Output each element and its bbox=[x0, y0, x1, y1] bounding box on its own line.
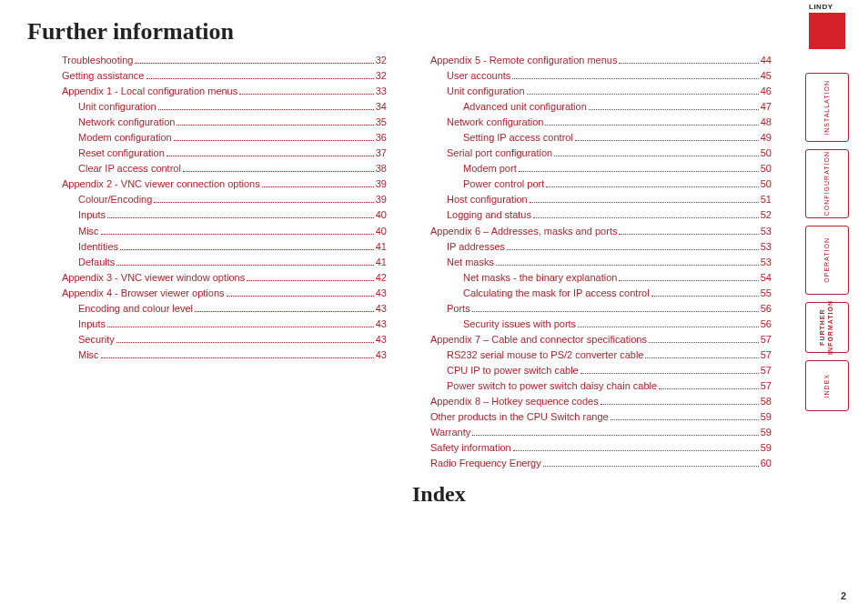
toc-leader-dots bbox=[512, 78, 758, 79]
toc-entry[interactable]: Identities 41 bbox=[27, 239, 387, 255]
nav-tab-label: OPERATION bbox=[823, 237, 832, 283]
brand-logo: LINDY bbox=[809, 13, 845, 49]
toc-entry[interactable]: IP addresses 53 bbox=[412, 239, 772, 255]
toc-entry-label: Net masks bbox=[447, 255, 494, 270]
toc-entry[interactable]: Defaults 41 bbox=[27, 255, 387, 270]
toc-leader-dots bbox=[167, 156, 374, 156]
nav-tab-operation[interactable]: OPERATION bbox=[805, 226, 849, 295]
toc-leader-dots bbox=[146, 78, 374, 79]
toc-entry[interactable]: Misc 43 bbox=[27, 347, 387, 363]
toc-entry[interactable]: Radio Frequency Energy 60 bbox=[412, 456, 772, 471]
toc-leader-dots bbox=[649, 342, 759, 343]
toc-entry-label: Network configuration bbox=[78, 115, 175, 130]
toc-entry-label: Appendix 5 - Remote configuration menus bbox=[430, 53, 617, 68]
toc-leader-dots bbox=[545, 125, 758, 126]
toc-entry[interactable]: Net masks - the binary explanation 54 bbox=[412, 270, 772, 286]
toc-entry[interactable]: Warranty 59 bbox=[412, 425, 772, 440]
toc-leader-dots bbox=[154, 202, 373, 203]
toc-entry-page: 53 bbox=[761, 224, 772, 239]
toc-entry[interactable]: Calculating the mask for IP access contr… bbox=[412, 286, 772, 301]
toc-entry-page: 40 bbox=[376, 224, 387, 239]
nav-tab-configuration[interactable]: CONFIGURATION bbox=[805, 149, 849, 218]
toc-entry[interactable]: RS232 serial mouse to PS/2 converter cab… bbox=[412, 347, 772, 363]
toc-entry-label: IP addresses bbox=[447, 239, 505, 255]
toc-entry[interactable]: Setting IP access control 49 bbox=[412, 130, 772, 146]
toc-leader-dots bbox=[546, 186, 758, 187]
toc-entry-label: Power control port bbox=[463, 176, 544, 192]
nav-tab-further-information[interactable]: FURTHER INFORMATION bbox=[805, 302, 849, 353]
toc-entry-label: Colour/Encoding bbox=[78, 192, 152, 207]
toc-entry[interactable]: Serial port configuration 50 bbox=[412, 146, 772, 161]
toc-entry[interactable]: Security 43 bbox=[27, 332, 387, 347]
toc-entry[interactable]: Appendix 4 - Browser viewer options 43 bbox=[27, 286, 387, 301]
toc-entry[interactable]: Safety information 59 bbox=[412, 440, 772, 456]
toc-entry[interactable]: Modem configuration 36 bbox=[27, 130, 387, 146]
toc-entry-page: 41 bbox=[376, 255, 387, 270]
toc-entry[interactable]: Advanced unit configuration 47 bbox=[412, 99, 772, 115]
toc-leader-dots bbox=[578, 327, 759, 327]
toc-entry-page: 32 bbox=[376, 68, 387, 84]
toc-entry-page: 43 bbox=[376, 332, 387, 347]
toc-leader-dots bbox=[195, 311, 374, 312]
toc-entry[interactable]: Network configuration 48 bbox=[412, 115, 772, 130]
toc-entry-page: 50 bbox=[761, 146, 772, 161]
toc-entry-page: 34 bbox=[376, 99, 387, 115]
toc-entry[interactable]: Power switch to power switch daisy chain… bbox=[412, 378, 772, 394]
toc-entry[interactable]: Network configuration 35 bbox=[27, 115, 387, 130]
toc-entry[interactable]: Unit configuration 46 bbox=[412, 84, 772, 99]
toc-leader-dots bbox=[116, 342, 374, 343]
toc-entry-page: 53 bbox=[761, 255, 772, 270]
toc-entry[interactable]: Logging and status 52 bbox=[412, 207, 772, 223]
nav-tab-installation[interactable]: INSTALLATION bbox=[805, 73, 849, 142]
toc-entry[interactable]: Reset configuration 37 bbox=[27, 146, 387, 161]
toc-entry[interactable]: Appendix 3 - VNC viewer window options 4… bbox=[27, 270, 387, 286]
toc-entry[interactable]: Appendix 7 – Cable and connector specifi… bbox=[412, 332, 772, 347]
toc-entry-page: 58 bbox=[761, 394, 772, 409]
toc-entry-label: Inputs bbox=[78, 207, 106, 223]
toc-entry-label: Defaults bbox=[78, 255, 115, 270]
sidebar: LINDY INSTALLATIONCONFIGURATIONOPERATION… bbox=[802, 13, 852, 418]
toc-entry[interactable]: Appendix 6 – Addresses, masks and ports … bbox=[412, 224, 772, 239]
toc-entry[interactable]: Encoding and colour level 43 bbox=[27, 301, 387, 317]
toc-leader-dots bbox=[619, 280, 758, 281]
nav-tab-index[interactable]: INDEX bbox=[805, 360, 849, 411]
toc-entry-page: 48 bbox=[761, 115, 772, 130]
toc-entry-page: 54 bbox=[761, 270, 772, 286]
toc-entry-label: Security issues with ports bbox=[463, 317, 576, 332]
toc-entry[interactable]: Unit configuration 34 bbox=[27, 99, 387, 115]
toc-entry[interactable]: Clear IP access control 38 bbox=[27, 161, 387, 176]
toc-entry-label: Serial port configuration bbox=[447, 146, 552, 161]
toc-entry-label: Appendix 8 – Hotkey sequence codes bbox=[430, 394, 599, 409]
toc-entry[interactable]: Power control port 50 bbox=[412, 176, 772, 192]
brand-name: LINDY bbox=[809, 3, 833, 11]
toc-entry[interactable]: Troubleshooting 32 bbox=[27, 53, 387, 68]
toc-entry[interactable]: Appendix 1 - Local configuration menus 3… bbox=[27, 84, 387, 99]
toc-entry-label: Unit configuration bbox=[447, 84, 525, 99]
toc-entry[interactable]: Appendix 5 - Remote configuration menus … bbox=[412, 53, 772, 68]
toc-entry[interactable]: Security issues with ports 56 bbox=[412, 317, 772, 332]
toc-entry[interactable]: Inputs 43 bbox=[27, 317, 387, 332]
toc-entry[interactable]: Modem port 50 bbox=[412, 161, 772, 176]
toc-entry[interactable]: CPU IP to power switch cable 57 bbox=[412, 363, 772, 378]
toc-entry-label: Modem configuration bbox=[78, 130, 172, 146]
toc-entry[interactable]: Getting assistance 32 bbox=[27, 68, 387, 84]
toc-entry-page: 59 bbox=[761, 425, 772, 440]
toc-entry[interactable]: Inputs 40 bbox=[27, 207, 387, 223]
toc-entry-page: 49 bbox=[761, 130, 772, 146]
toc-entry-label: Power switch to power switch daisy chain… bbox=[447, 378, 657, 394]
toc-entry-page: 38 bbox=[376, 161, 387, 176]
toc-entry-label: Clear IP access control bbox=[78, 161, 181, 176]
toc-entry[interactable]: Appendix 2 - VNC viewer connection optio… bbox=[27, 176, 387, 192]
toc-entry[interactable]: Net masks 53 bbox=[412, 255, 772, 270]
toc-entry[interactable]: User accounts 45 bbox=[412, 68, 772, 84]
heading-index: Index bbox=[412, 482, 772, 507]
toc-entry[interactable]: Appendix 8 – Hotkey sequence codes 58 bbox=[412, 394, 772, 409]
toc-leader-dots bbox=[174, 140, 374, 141]
toc-entry[interactable]: Ports 56 bbox=[412, 301, 772, 317]
toc-entry-page: 51 bbox=[761, 192, 772, 207]
toc-entry[interactable]: Colour/Encoding 39 bbox=[27, 192, 387, 207]
toc-entry[interactable]: Other products in the CPU Switch range 5… bbox=[412, 409, 772, 425]
toc-entry[interactable]: Misc 40 bbox=[27, 224, 387, 239]
toc-entry[interactable]: Host configuration 51 bbox=[412, 192, 772, 207]
toc-entry-label: Misc bbox=[78, 224, 99, 239]
